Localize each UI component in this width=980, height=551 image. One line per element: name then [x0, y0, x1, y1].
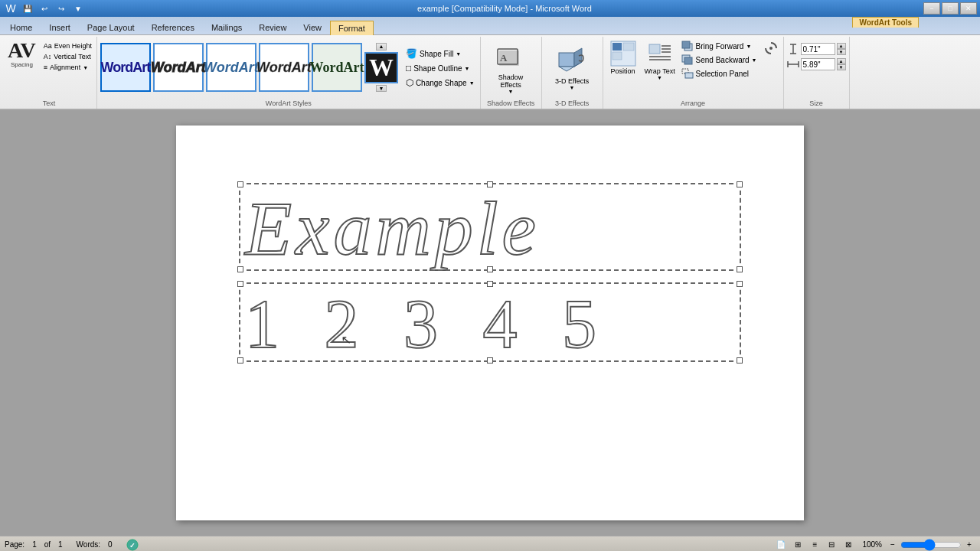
layout-icon-1[interactable]: 📄	[775, 540, 787, 550]
zoom-in-btn[interactable]: +	[963, 540, 975, 550]
zoom-out-btn[interactable]: −	[887, 540, 899, 550]
size-group-label: Size	[784, 99, 849, 107]
wrap-text-btn[interactable]: Wrap Text ▼	[643, 38, 677, 82]
wordart-styles-group: WordArt WordArt WordArt WordArt WordArt …	[97, 37, 481, 109]
handle-br[interactable]	[737, 266, 743, 272]
tab-home[interactable]: Home	[2, 20, 41, 34]
svg-point-22	[769, 47, 773, 50]
height-up-btn[interactable]: ▲	[837, 43, 846, 49]
width-input[interactable]	[801, 58, 835, 70]
wordart-w-style[interactable]: W	[364, 52, 398, 83]
layout-icon-3[interactable]: ≡	[808, 540, 821, 550]
even-height-btn[interactable]: Aa Even Height	[42, 41, 93, 51]
restore-button[interactable]: □	[942, 2, 959, 15]
alignment-btn[interactable]: ≡ Alignment ▼	[42, 63, 93, 72]
wordart-style-3[interactable]: WordArt	[206, 43, 256, 92]
height-spinners: ▲ ▼	[837, 43, 846, 55]
rotate-btn[interactable]	[762, 40, 780, 57]
width-down-btn[interactable]: ▼	[837, 64, 846, 70]
wordart-example[interactable]: Example	[245, 187, 735, 271]
height-icon	[787, 44, 799, 54]
vertical-text-icon: A↕	[44, 53, 52, 60]
handle-tl[interactable]	[237, 181, 243, 187]
svg-marker-4	[574, 48, 582, 67]
minimize-button[interactable]: −	[923, 2, 940, 15]
send-backward-btn[interactable]: Send Backward ▼	[680, 54, 759, 66]
height-input[interactable]	[801, 43, 835, 55]
wordart-numbers-wrapper[interactable]: 1 2 3 4 5 ↖	[245, 286, 735, 362]
numbers-handle-tl[interactable]	[237, 281, 243, 287]
tab-page-layout[interactable]: Page Layout	[79, 20, 143, 34]
layout-icon-5[interactable]: ⊠	[842, 540, 854, 550]
handle-tr[interactable]	[737, 181, 743, 187]
close-button[interactable]: ✕	[960, 2, 977, 15]
svg-rect-19	[684, 57, 692, 64]
zoom-slider[interactable]	[900, 540, 962, 549]
zoom-slider-container: − +	[887, 540, 975, 550]
position-btn[interactable]: Position	[606, 38, 640, 77]
selection-panel-icon	[681, 68, 694, 79]
shape-fill-btn[interactable]: 🪣 Shape Fill ▼	[403, 47, 477, 60]
numbers-handle-bl[interactable]	[237, 357, 243, 364]
word-count: 0	[108, 540, 113, 549]
tab-review[interactable]: Review	[250, 20, 295, 34]
send-backward-arrow: ▼	[752, 57, 757, 63]
wordart-scroll-up[interactable]: ▲	[376, 43, 387, 51]
layout-icon-2[interactable]: ⊞	[792, 540, 804, 550]
svg-rect-3	[559, 53, 574, 67]
change-shape-btn[interactable]: ⬡ Change Shape ▼	[403, 77, 477, 89]
wordart-numbers[interactable]: 1 2 3 4 5	[245, 286, 735, 362]
wordart-scroll-down[interactable]: ▼	[376, 85, 387, 93]
shape-outline-arrow: ▼	[465, 66, 470, 71]
svg-text:A: A	[500, 52, 508, 64]
tab-references[interactable]: References	[143, 20, 203, 34]
shadow-effects-arrow: ▼	[508, 89, 514, 94]
numbers-handle-br[interactable]	[737, 357, 743, 364]
height-down-btn[interactable]: ▼	[837, 49, 846, 55]
save-quick-btn[interactable]: 💾	[20, 2, 35, 15]
handle-bl[interactable]	[237, 266, 243, 272]
arrange-group: Position Wrap Text ▼	[603, 37, 784, 109]
vertical-text-btn[interactable]: A↕ Vertical Text	[42, 52, 93, 61]
selection-panel-btn[interactable]: Selection Panel	[680, 67, 759, 80]
shape-outline-btn[interactable]: □ Shape Outline ▼	[403, 62, 477, 74]
change-shape-arrow: ▼	[469, 80, 475, 86]
spell-check-icon[interactable]: ✓	[126, 539, 139, 551]
undo-quick-btn[interactable]: ↩	[37, 2, 52, 15]
wordart-styles-label: WordArt Styles	[97, 99, 480, 107]
three-d-arrow: ▼	[570, 85, 575, 90]
bring-forward-arrow: ▼	[746, 44, 751, 49]
rotate-btn-container	[762, 38, 780, 57]
ribbon: AV Spacing Aa Even Height A↕ Vertical Te…	[0, 35, 980, 110]
width-up-btn[interactable]: ▲	[837, 58, 846, 64]
layout-icon-4[interactable]: ⊟	[825, 540, 838, 550]
page-num: 1	[32, 540, 37, 549]
wordart-style-1[interactable]: WordArt	[100, 43, 151, 92]
wordart-example-wrapper[interactable]: Example	[245, 187, 735, 271]
rotate-icon	[763, 41, 779, 56]
shadow-effects-btn[interactable]: A Shadow Effects ▼	[489, 40, 532, 96]
av-spacing-button[interactable]: AV Spacing	[5, 38, 39, 70]
shape-fill-arrow: ▼	[456, 51, 461, 57]
alignment-icon: ≡	[44, 64, 47, 71]
page[interactable]: Example 1 2 3 4 5	[176, 126, 804, 520]
wordart-style-4[interactable]: WordArt	[259, 43, 309, 92]
three-d-effects-btn[interactable]: 3-D Effects ▼	[550, 44, 593, 92]
redo-quick-btn[interactable]: ↪	[54, 2, 69, 15]
tab-mailings[interactable]: Mailings	[203, 20, 250, 34]
tab-insert[interactable]: Insert	[41, 20, 79, 34]
tab-format[interactable]: Format	[330, 21, 374, 35]
numbers-handle-tr[interactable]	[737, 281, 743, 287]
customize-quick-btn[interactable]: ▼	[70, 2, 86, 15]
three-d-label: 3-D Effects	[555, 77, 589, 85]
shape-options: 🪣 Shape Fill ▼ □ Shape Outline ▼ ⬡ Chang…	[400, 46, 477, 89]
shadow-effects-group: A Shadow Effects ▼ Shadow Effects	[481, 37, 542, 109]
wordart-style-2[interactable]: WordArt	[153, 43, 204, 92]
svg-rect-7	[612, 43, 622, 51]
tab-view[interactable]: View	[295, 20, 330, 34]
wordart-style-5[interactable]: WordArt	[312, 43, 362, 92]
bring-forward-btn[interactable]: Bring Forward ▼	[680, 40, 759, 52]
wordart-container: Example 1 2 3 4 5	[245, 187, 735, 362]
av-spacing-label: Spacing	[11, 61, 33, 68]
svg-text:✓: ✓	[129, 542, 136, 549]
